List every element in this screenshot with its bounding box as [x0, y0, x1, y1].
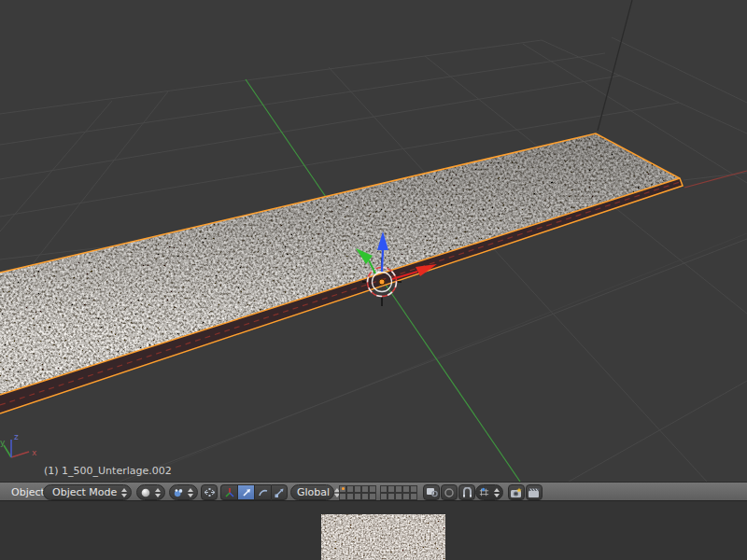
layer-cell[interactable] — [369, 493, 376, 500]
mode-selector-label: Object Mode — [50, 486, 119, 498]
layer-cell[interactable] — [410, 493, 417, 500]
snap-toggle-button[interactable] — [458, 484, 475, 500]
opengl-render-camera-icon — [510, 487, 523, 498]
opengl-render-clapper-icon — [528, 487, 541, 498]
pivot-point-icon — [174, 487, 183, 498]
layer-cell[interactable] — [402, 493, 410, 500]
rotate-arc-icon — [258, 487, 269, 498]
layer-cell[interactable] — [395, 493, 402, 500]
scene-lock-icon — [426, 487, 438, 497]
pivot-selector[interactable] — [169, 484, 198, 500]
layer-cell[interactable] — [346, 493, 354, 500]
layer-cell[interactable] — [380, 493, 388, 500]
scene-lock-button[interactable] — [423, 484, 440, 500]
layer-cell[interactable] — [369, 485, 376, 493]
translate-arrow-icon — [241, 487, 252, 498]
rotate-manipulator-button[interactable] — [254, 484, 271, 500]
layer-grid — [339, 485, 376, 500]
snap-magnet-icon — [462, 487, 472, 498]
layer-cell[interactable] — [388, 485, 395, 493]
scale-manipulator-button[interactable] — [271, 484, 288, 500]
manipulate-centers-button[interactable] — [201, 484, 218, 500]
scale-arrow-icon — [274, 487, 285, 498]
layer-cell[interactable] — [402, 485, 410, 493]
snap-increment-icon — [479, 486, 489, 498]
layer-cell[interactable] — [346, 485, 354, 493]
orientation-selector[interactable]: Global — [290, 484, 334, 500]
snap-element-arrows — [494, 488, 500, 497]
mini-axis-z-label: z — [14, 432, 19, 441]
active-object-label: (1) 1_500_Unterlage.002 — [44, 465, 172, 477]
mode-selector-arrows — [121, 488, 127, 497]
viewport-canvas: x y z (1) 1_500_Unterlage.002 — [0, 0, 747, 482]
layer-cell[interactable] — [395, 485, 402, 493]
viewport-shading-sphere-icon — [141, 487, 150, 498]
layer-grid — [380, 485, 417, 500]
opengl-render-anim-button[interactable] — [526, 484, 543, 500]
proportional-edit-button[interactable] — [441, 484, 458, 500]
opengl-render-image-button[interactable] — [508, 484, 525, 500]
bottom-panel — [0, 501, 747, 560]
layer-cell[interactable] — [410, 485, 417, 493]
proportional-edit-circle-icon — [444, 487, 455, 498]
viewport-header: Object Object Mode — [0, 482, 747, 501]
layer-cell[interactable] — [339, 493, 346, 500]
layer-cell[interactable] — [361, 485, 369, 493]
layer-cell[interactable] — [380, 485, 388, 493]
snap-element-selector[interactable] — [475, 484, 503, 500]
layer-cell[interactable] — [361, 493, 369, 500]
layer-object-dot — [342, 487, 345, 490]
manipulate-centers-icon — [204, 487, 216, 497]
layer-cell[interactable] — [354, 493, 361, 500]
manipulator-toggle-button[interactable] — [220, 484, 237, 500]
3d-viewport[interactable]: x y z (1) 1_500_Unterlage.002 — [0, 0, 747, 482]
translate-manipulator-button[interactable] — [237, 484, 254, 500]
shading-selector[interactable] — [136, 484, 165, 500]
mini-axis-x-label: x — [32, 448, 37, 457]
axis-trio-icon — [224, 487, 235, 498]
shading-selector-arrows — [155, 488, 161, 497]
object-origin-dot — [379, 279, 385, 285]
gravel-texture-thumbnail[interactable] — [321, 514, 445, 560]
layer-cell[interactable] — [388, 493, 395, 500]
pivot-selector-arrows — [188, 488, 193, 497]
orientation-label: Global — [295, 486, 331, 498]
layers-widget — [339, 484, 417, 500]
layer-cell[interactable] — [339, 485, 346, 493]
mini-axis-y-label: y — [0, 438, 6, 447]
manipulator-buttons — [220, 484, 288, 500]
layer-cell[interactable] — [354, 485, 361, 493]
mode-selector[interactable]: Object Mode — [43, 484, 132, 500]
